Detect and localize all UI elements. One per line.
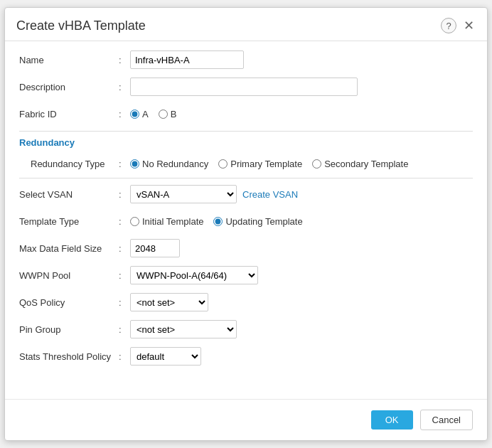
cancel-button[interactable]: Cancel — [420, 410, 473, 430]
dialog-header: Create vHBA Template ? ✕ — [5, 8, 487, 41]
name-row: Name : — [19, 50, 473, 70]
description-input[interactable] — [130, 78, 358, 96]
no-redundancy-radio[interactable] — [130, 159, 139, 169]
max-data-colon: : — [119, 243, 130, 254]
secondary-template-label: Secondary Template — [324, 159, 408, 169]
fabric-id-row: Fabric ID : A B — [19, 104, 473, 124]
pin-group-colon: : — [119, 324, 130, 335]
stats-row: Stats Threshold Policy : default — [19, 346, 473, 366]
fabric-id-colon: : — [119, 109, 130, 119]
description-control — [130, 78, 473, 96]
secondary-template-option[interactable]: Secondary Template — [312, 159, 408, 169]
ok-button[interactable]: OK — [371, 410, 413, 430]
template-type-label: Template Type — [19, 216, 119, 227]
updating-template-radio[interactable] — [213, 217, 223, 226]
select-vsan-colon: : — [119, 189, 130, 200]
name-colon: : — [119, 55, 130, 65]
header-icons: ? ✕ — [441, 18, 476, 33]
fabric-b-radio[interactable] — [159, 110, 168, 119]
stats-colon: : — [119, 351, 130, 362]
max-data-row: Max Data Field Size : — [19, 238, 473, 258]
no-redundancy-label: No Redundancy — [142, 159, 208, 169]
main-divider — [19, 178, 473, 178]
qos-policy-colon: : — [119, 297, 130, 308]
fabric-a-radio[interactable] — [130, 110, 139, 119]
max-data-control — [130, 239, 473, 257]
help-button[interactable]: ? — [441, 18, 456, 33]
max-data-input[interactable] — [130, 239, 180, 257]
dialog-footer: OK Cancel — [5, 399, 487, 440]
wwpn-pool-colon: : — [119, 270, 130, 281]
updating-template-label: Updating Template — [225, 216, 302, 227]
dialog-body: Name : Description : Fabric ID : A — [5, 41, 487, 399]
select-vsan-label: Select VSAN — [19, 189, 119, 200]
fabric-a-option[interactable]: A — [130, 109, 149, 119]
name-control — [130, 50, 473, 69]
redundancy-divider — [19, 131, 473, 132]
stats-select[interactable]: default — [130, 347, 201, 366]
stats-control: default — [130, 347, 473, 366]
pin-group-select[interactable]: <not set> — [130, 320, 237, 338]
wwpn-pool-control: WWPN-Pool-A(64/64) — [130, 266, 473, 284]
template-type-colon: : — [119, 216, 130, 227]
redundancy-section-header: Redundancy — [19, 137, 473, 148]
initial-template-label: Initial Template — [142, 216, 203, 227]
wwpn-pool-select[interactable]: WWPN-Pool-A(64/64) — [130, 266, 258, 284]
primary-template-label: Primary Template — [230, 159, 302, 169]
redundancy-type-label: Redundancy Type — [19, 159, 119, 169]
select-vsan-control: vSAN-A Create VSAN — [130, 185, 473, 203]
fabric-id-control: A B — [130, 109, 473, 119]
primary-template-radio[interactable] — [218, 159, 228, 169]
create-vhba-dialog: Create vHBA Template ? ✕ Name : Descript… — [4, 7, 488, 441]
initial-template-radio[interactable] — [130, 217, 139, 226]
description-colon: : — [119, 82, 130, 92]
name-input[interactable] — [130, 50, 244, 69]
redundancy-type-colon: : — [119, 159, 130, 169]
qos-policy-row: QoS Policy : <not set> — [19, 292, 473, 312]
pin-group-control: <not set> — [130, 320, 473, 338]
wwpn-pool-label: WWPN Pool — [19, 270, 119, 281]
description-row: Description : — [19, 77, 473, 97]
name-label: Name — [19, 55, 119, 65]
create-vsan-link[interactable]: Create VSAN — [242, 189, 298, 200]
dialog-title: Create vHBA Template — [16, 18, 146, 33]
fabric-b-label: B — [171, 109, 177, 119]
description-label: Description — [19, 82, 119, 92]
select-vsan-row: Select VSAN : vSAN-A Create VSAN — [19, 184, 473, 204]
pin-group-row: Pin Group : <not set> — [19, 319, 473, 339]
template-type-control: Initial Template Updating Template — [130, 216, 473, 227]
qos-policy-control: <not set> — [130, 293, 473, 311]
close-button[interactable]: ✕ — [462, 18, 476, 33]
primary-template-option[interactable]: Primary Template — [218, 159, 302, 169]
no-redundancy-option[interactable]: No Redundancy — [130, 159, 208, 169]
max-data-label: Max Data Field Size — [19, 243, 119, 254]
fabric-id-label: Fabric ID — [19, 109, 119, 119]
initial-template-option[interactable]: Initial Template — [130, 216, 203, 227]
updating-template-option[interactable]: Updating Template — [213, 216, 302, 227]
redundancy-type-row: Redundancy Type : No Redundancy Primary … — [19, 154, 473, 174]
secondary-template-radio[interactable] — [312, 159, 321, 169]
fabric-a-label: A — [142, 109, 149, 119]
pin-group-label: Pin Group — [19, 324, 119, 335]
qos-policy-select[interactable]: <not set> — [130, 293, 208, 311]
wwpn-pool-row: WWPN Pool : WWPN-Pool-A(64/64) — [19, 265, 473, 285]
redundancy-type-control: No Redundancy Primary Template Secondary… — [130, 159, 473, 169]
fabric-b-option[interactable]: B — [159, 109, 177, 119]
stats-label: Stats Threshold Policy — [19, 351, 119, 362]
template-type-row: Template Type : Initial Template Updatin… — [19, 211, 473, 231]
qos-policy-label: QoS Policy — [19, 297, 119, 308]
vsan-select[interactable]: vSAN-A — [130, 185, 237, 203]
